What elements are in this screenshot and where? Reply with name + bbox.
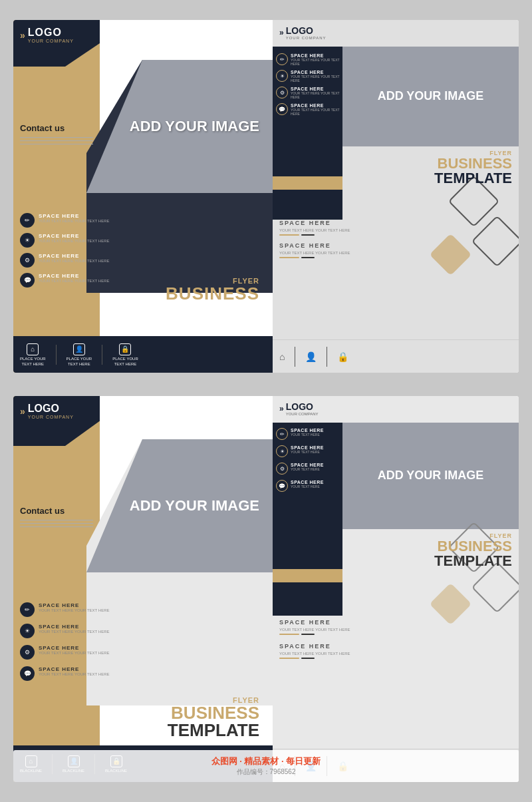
b-space-sub-3: YOUR TEXT HERE YOUR TEXT HERE [39, 651, 109, 655]
b-feature-icon-3: ⚙ [20, 645, 35, 660]
space-lines-2 [279, 257, 512, 258]
right-feature-text-1: SPACE HERE YOUR TEXT HERE YOUR TEXT HERE [291, 53, 342, 66]
b-right-feature-2: ☀ SPACE HERE YOUR TEXT HERE [276, 445, 342, 457]
space-here-sub: YOUR TEXT HERE YOUR TEXT HERE [39, 279, 109, 283]
right-business-text: FLYER BUSINESS TEMPLATE [434, 150, 512, 186]
space-here-label: SPACE HERE [39, 213, 109, 219]
right-user-icon: 👤 [305, 351, 317, 362]
b-right-image: ADD YOUR IMAGE [342, 423, 519, 529]
b-right-space-sections: SPACE HERE YOUR TEXT HERE YOUR TEXT HERE… [279, 619, 512, 667]
feature-text-4: SPACE HERE YOUR TEXT HERE YOUR TEXT HERE [39, 273, 109, 283]
right-feature-icon-2: ☀ [276, 70, 288, 82]
space-label: SPACE HERE [291, 53, 342, 58]
right-feature-1: ✏ SPACE HERE YOUR TEXT HERE YOUR TEXT HE… [276, 53, 342, 66]
b-business-text: FLYER BUSINESS TEMPLATE [168, 696, 259, 739]
b-right-sub-4: YOUR TEXT HERE [291, 485, 324, 489]
bottom-right-flyer: » LOGO YOUR COMPANY ✏ SPACE HERE YOUR TE… [273, 396, 519, 782]
b-right-text-4: SPACE HERE YOUR TEXT HERE [291, 480, 324, 489]
space-item-1: SPACE HERE YOUR TEXT HERE YOUR TEXT HERE [279, 220, 512, 236]
b-right-logo-text: LOGO YOUR COMPANY [286, 401, 319, 416]
bottom-label-3b: TEXT HERE [114, 362, 137, 366]
b-feature-3: ⚙ SPACE HERE YOUR TEXT HERE YOUR TEXT HE… [20, 645, 153, 660]
contact-section: Contact us [20, 123, 93, 147]
feature-icon-3: ⚙ [20, 253, 35, 268]
space-here-label: SPACE HERE [39, 253, 109, 259]
b-space-label-4: SPACE HERE [39, 666, 109, 672]
space-title-2: SPACE HERE [279, 242, 512, 249]
b-right-text-3: SPACE HERE YOUR TEXT HERE [291, 463, 324, 471]
home-icon: ⌂ [27, 343, 39, 355]
bottom-bar: ⌂ PLACE YOUR TEXT HERE 👤 PLACE YOUR TEXT… [13, 336, 273, 373]
b-space-item-2: SPACE HERE YOUR TEXT HERE YOUR TEXT HERE [279, 643, 512, 659]
b-right-logo-main: LOGO [286, 401, 319, 412]
top-section: » LOGO YOUR COMPANY Contact us ADD YOUR … [13, 20, 519, 373]
bottom-section: » LOGO YOUR COMPANY Contact us ADD YOUR … [13, 396, 519, 782]
space-sub-1: YOUR TEXT HERE YOUR TEXT HERE [279, 228, 512, 232]
space-lines-1 [279, 234, 512, 236]
bottom-label-1: PLACE YOUR [20, 357, 46, 361]
top-right-flyer: » LOGO YOUR COMPANY ✏ SPACE HERE YOUR TE… [273, 20, 519, 373]
bottom-label-2: PLACE YOUR [66, 357, 92, 361]
b-right-feature-4: 💬 SPACE HERE YOUR TEXT HERE [276, 480, 342, 492]
b-space-label-2: SPACE HERE [39, 624, 109, 630]
contact-line-2 [20, 140, 93, 141]
feature-item: ☀ SPACE HERE YOUR TEXT HERE YOUR TEXT HE… [20, 233, 153, 248]
b-right-logo-sub: YOUR COMPANY [286, 412, 319, 416]
logo-main-text: LOGO [28, 27, 74, 39]
divider [102, 345, 102, 365]
b-feature-text-2: SPACE HERE YOUR TEXT HERE YOUR TEXT HERE [39, 624, 109, 634]
right-image-placeholder: ADD YOUR IMAGE [342, 47, 519, 146]
b-line-gold [279, 634, 299, 635]
b-right-icon-1: ✏ [276, 428, 288, 440]
contact-line-3 [20, 144, 93, 144]
b-right-biz-text: FLYER BUSINESS TEMPLATE [434, 532, 512, 568]
b-space-sub-4: YOUR TEXT HERE YOUR TEXT HERE [39, 672, 109, 676]
right-logo: » LOGO YOUR COMPANY [279, 25, 327, 40]
b-right-space-1: SPACE HERE [291, 428, 324, 433]
b-right-image-label: ADD YOUR IMAGE [378, 469, 484, 483]
top-left-logo: » LOGO YOUR COMPANY [20, 27, 74, 43]
b-space-lines-2 [279, 658, 512, 659]
b-features-list: ✏ SPACE HERE YOUR TEXT HERE YOUR TEXT HE… [20, 602, 153, 688]
b-right-space-2: SPACE HERE [291, 445, 324, 450]
b-right-space-3: SPACE HERE [291, 463, 324, 467]
contact-line-1 [20, 137, 93, 138]
right-template-label: TEMPLATE [434, 171, 512, 186]
b-space-title-1: SPACE HERE [279, 619, 512, 626]
line-gold [279, 257, 299, 258]
b-logo-main: LOGO [28, 403, 74, 415]
right-bottom-1: ⌂ [279, 351, 285, 362]
space-here-sub: YOUR TEXT HERE YOUR TEXT HERE [39, 239, 109, 243]
b-diamond-2 [471, 562, 519, 614]
features-list: ✏ SPACE HERE YOUR TEXT HERE YOUR TEXT HE… [20, 213, 153, 293]
space-here-sub: YOUR TEXT HERE YOUR TEXT HERE [39, 259, 109, 263]
b-template-label: TEMPLATE [168, 721, 259, 739]
b-right-template-label: TEMPLATE [434, 554, 512, 568]
feature-item: ✏ SPACE HERE YOUR TEXT HERE YOUR TEXT HE… [20, 213, 153, 228]
contact-title: Contact us [20, 123, 93, 133]
b-space-sub-2: YOUR TEXT HERE YOUR TEXT HERE [39, 630, 109, 634]
watermark-text: 众图网 · 精品素材 · 每日更新 [27, 755, 505, 767]
b-right-text-1: SPACE HERE YOUR TEXT HERE [291, 428, 324, 437]
b-image-label: ADD YOUR IMAGE [130, 497, 259, 514]
space-sub: YOUR TEXT HERE YOUR TEXT HERE [291, 91, 342, 99]
right-tan-strip [273, 176, 342, 190]
bottom-item-3: 🔒 PLACE YOUR TEXT HERE [112, 343, 138, 366]
b-right-icon-4: 💬 [276, 480, 288, 492]
right-home-icon: ⌂ [279, 351, 285, 362]
right-features: ✏ SPACE HERE YOUR TEXT HERE YOUR TEXT HE… [276, 53, 342, 120]
space-here-label: SPACE HERE [39, 273, 109, 279]
right-lock-icon: 🔒 [337, 351, 348, 362]
logo-sub-text: YOUR COMPANY [28, 39, 74, 43]
b-right-icon-2: ☀ [276, 445, 288, 457]
right-bottom-3: 🔒 [337, 351, 348, 362]
feature-text-2: SPACE HERE YOUR TEXT HERE YOUR TEXT HERE [39, 233, 109, 243]
b-logo-sub: YOUR COMPANY [28, 415, 74, 419]
b-feature-text-1: SPACE HERE YOUR TEXT HERE YOUR TEXT HERE [39, 602, 109, 612]
bottom-item-2: 👤 PLACE YOUR TEXT HERE [66, 343, 92, 366]
b-space-sub-1: YOUR TEXT HERE YOUR TEXT HERE [279, 628, 512, 632]
divider [327, 347, 327, 367]
b-right-tan-strip [273, 569, 342, 582]
bottom-label-1b: TEXT HERE [22, 362, 45, 366]
right-business-label: BUSINESS [434, 156, 512, 171]
